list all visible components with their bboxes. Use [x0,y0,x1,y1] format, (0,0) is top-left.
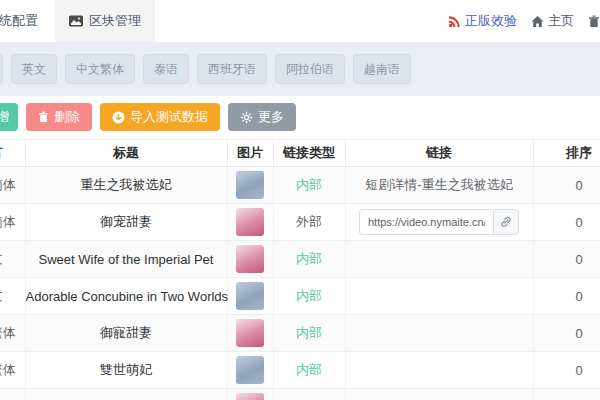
sort-cell: 0 [533,278,600,315]
col-header-image: 图片 [227,140,273,167]
link-chain-icon[interactable] [493,209,519,235]
link-type-cell: 外部 [273,204,345,241]
toolbar: 新增 删除 导入测试数据 更多 [0,103,600,131]
title-cell: 御宠甜妻 [25,204,227,241]
home-link[interactable]: 主页 [531,12,574,30]
delete-button-label: 删除 [54,108,80,126]
blocks-table: 语言 标题 图片 链接类型 链接 排序 中文简体 重生之我被选妃 内部 短剧详情… [0,139,600,400]
link-type-cell: 内部 [273,315,345,352]
table-row[interactable]: 英文 Adorable Concubine in Two Worlds 内部 0 [0,278,600,315]
col-header-title: 标题 [25,140,227,167]
lang-tab-zh-tw[interactable]: 中文繁体 [65,54,135,84]
add-button-label: 新增 [0,108,9,126]
row-thumbnail[interactable] [236,171,264,199]
import-button-label: 导入测试数据 [130,108,208,126]
home-icon [531,15,544,28]
lang-tab-ar[interactable]: 阿拉伯语 [275,54,345,84]
link-type-cell: 内部 [273,167,345,204]
title-cell: 御寵甜妻 [25,315,227,352]
image-icon [69,14,83,28]
title-cell: Sweet Wife of the Imperial Pet [25,241,227,278]
import-test-data-button[interactable]: 导入测试数据 [100,103,220,131]
download-circle-icon [112,111,125,124]
link-cell [345,278,533,315]
tab-system-config[interactable]: 系统配置 [0,0,38,42]
trash-icon [38,111,49,123]
table-row[interactable]: 中文简体 御宠甜妻 外部 0 [0,204,600,241]
top-navbar: 系统配置 区块管理 正版效验 主页 清除缓存 [0,0,600,42]
navbar-actions: 正版效验 主页 清除缓存 [448,0,600,42]
col-header-link: 链接 [345,140,533,167]
row-thumbnail[interactable] [236,319,264,347]
link-type-cell [273,389,345,400]
delete-button[interactable]: 删除 [26,103,92,131]
tab-system-config-label: 系统配置 [0,12,38,30]
language-cell: 中文繁体 [0,352,25,389]
link-text: 短剧详情-重生之我被选妃 [365,177,512,192]
image-cell [227,167,273,204]
tab-block-manage[interactable]: 区块管理 [55,0,155,42]
table-row[interactable] [0,389,600,400]
link-type-cell: 内部 [273,352,345,389]
image-cell [227,278,273,315]
gear-icon [240,111,253,124]
link-cell [345,389,533,400]
sort-cell: 0 [533,204,600,241]
trash-icon [588,15,600,28]
image-cell [227,352,273,389]
row-thumbnail[interactable] [236,356,264,384]
sort-cell: 0 [533,241,600,278]
row-thumbnail[interactable] [236,282,264,310]
add-button[interactable]: 新增 [0,103,18,131]
lang-tab-vi[interactable]: 越南语 [353,54,411,84]
lang-tab-zh-cn[interactable]: 中文简体 [0,54,3,84]
language-cell [0,389,25,400]
language-cell: 中文简体 [0,167,25,204]
row-thumbnail[interactable] [236,208,264,236]
image-cell [227,315,273,352]
link-cell [345,315,533,352]
sort-cell [533,389,600,400]
tab-block-manage-label: 区块管理 [89,12,141,30]
image-cell [227,389,273,400]
language-tab-bar: 中文简体 英文 中文繁体 泰语 西班牙语 阿拉伯语 越南语 [0,42,600,96]
table-header-row: 语言 标题 图片 链接类型 链接 排序 [0,140,600,167]
clear-cache-link[interactable]: 清除缓存 [588,12,600,30]
lang-tab-th[interactable]: 泰语 [143,54,189,84]
link-cell: 短剧详情-重生之我被选妃 [345,167,533,204]
table-row[interactable]: 中文简体 重生之我被选妃 内部 短剧详情-重生之我被选妃 0 [0,167,600,204]
col-header-link-type: 链接类型 [273,140,345,167]
title-cell: 重生之我被选妃 [25,167,227,204]
more-button-label: 更多 [258,108,284,126]
link-url-input[interactable] [359,209,493,235]
row-thumbnail[interactable] [236,393,264,400]
language-cell: 中文繁体 [0,315,25,352]
title-cell [25,389,227,400]
license-check-label: 正版效验 [465,12,517,30]
language-cell: 英文 [0,278,25,315]
lang-tab-es[interactable]: 西班牙语 [197,54,267,84]
title-cell: Adorable Concubine in Two Worlds [25,278,227,315]
home-label: 主页 [548,12,574,30]
sort-cell: 0 [533,352,600,389]
row-thumbnail[interactable] [236,245,264,273]
link-type-cell: 内部 [273,278,345,315]
image-cell [227,241,273,278]
license-check-link[interactable]: 正版效验 [448,12,517,30]
sort-cell: 0 [533,167,600,204]
sort-cell: 0 [533,315,600,352]
language-cell: 中文简体 [0,204,25,241]
link-cell [345,241,533,278]
col-header-sort: 排序 [533,140,600,167]
image-cell [227,204,273,241]
title-cell: 雙世萌妃 [25,352,227,389]
more-button[interactable]: 更多 [228,103,296,131]
table-row[interactable]: 中文繁体 雙世萌妃 内部 0 [0,352,600,389]
table-row[interactable]: 英文 Sweet Wife of the Imperial Pet 内部 0 [0,241,600,278]
link-input-group [359,209,519,235]
link-type-cell: 内部 [273,241,345,278]
link-cell [345,352,533,389]
table-row[interactable]: 中文繁体 御寵甜妻 内部 0 [0,315,600,352]
lang-tab-en[interactable]: 英文 [11,54,57,84]
col-header-language: 语言 [0,140,25,167]
